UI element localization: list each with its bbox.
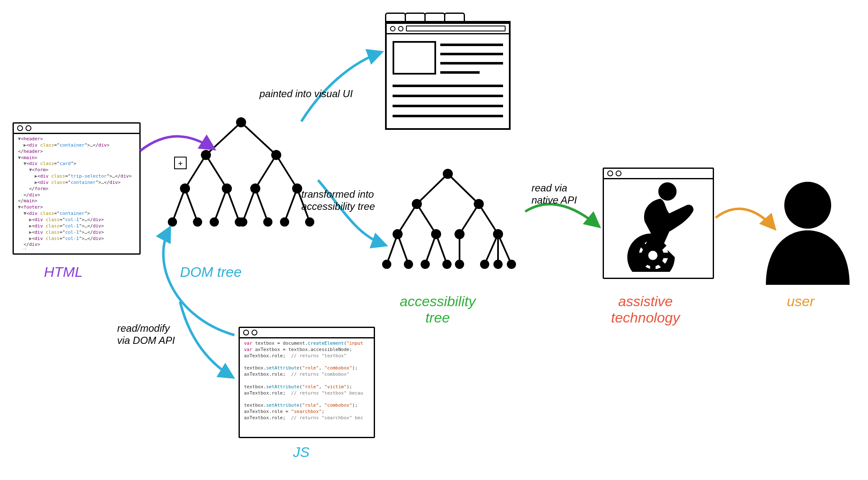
- svg-line-6: [172, 188, 185, 222]
- visual-ui-browser: [385, 13, 511, 130]
- window-dot-icon: [17, 125, 23, 131]
- svg-line-30: [448, 174, 479, 204]
- svg-point-55: [481, 261, 488, 268]
- window-titlebar: [604, 169, 713, 179]
- html-source-window: ▼<header> ▶<div class="container">…</div…: [13, 122, 141, 255]
- arrow-dom-to-visual-ui: [301, 52, 381, 121]
- assistive-technology-label-l2: technology: [611, 310, 680, 325]
- svg-point-44: [413, 200, 421, 208]
- user-label: user: [787, 293, 814, 310]
- arrow-label-read-modify-l2: via DOM API: [117, 335, 175, 346]
- svg-point-22: [194, 218, 201, 226]
- browser-tabs: [385, 13, 511, 21]
- svg-point-23: [211, 218, 218, 226]
- svg-rect-62: [650, 265, 655, 272]
- svg-rect-64: [662, 253, 669, 258]
- arrow-dom-to-js: [180, 302, 232, 377]
- svg-line-12: [285, 188, 297, 222]
- svg-line-1: [241, 122, 276, 155]
- svg-line-8: [214, 188, 227, 222]
- svg-rect-61: [650, 239, 655, 246]
- svg-line-32: [417, 204, 436, 234]
- window-titlebar: [14, 124, 139, 134]
- svg-point-20: [293, 184, 301, 193]
- svg-point-53: [443, 261, 451, 268]
- accessibility-tree-label: accessibility tree: [400, 293, 475, 326]
- svg-point-19: [251, 184, 259, 193]
- arrow-label-transformed-l2: accessibility tree: [301, 201, 375, 212]
- svg-line-7: [185, 188, 198, 222]
- svg-point-26: [264, 218, 272, 226]
- accessibility-icon: [610, 181, 707, 272]
- window-dot-icon: [390, 26, 395, 31]
- svg-point-49: [494, 230, 502, 238]
- accessibility-tree-label-l2: tree: [425, 310, 450, 325]
- svg-point-28: [306, 218, 313, 226]
- arrow-a11y-to-assistive-tech: [525, 204, 598, 226]
- assistive-technology-label: assistive technology: [611, 293, 680, 326]
- svg-line-3: [206, 155, 227, 188]
- svg-line-33: [460, 204, 479, 234]
- svg-point-18: [223, 184, 231, 193]
- thumbnail-icon: [393, 41, 436, 75]
- browser-toolbar: [387, 23, 509, 34]
- js-label: JS: [293, 444, 310, 460]
- js-source-window: var textbox = document.createElement("in…: [239, 327, 375, 438]
- svg-line-29: [417, 174, 448, 204]
- svg-rect-63: [637, 253, 644, 258]
- svg-point-60: [648, 251, 657, 260]
- svg-line-5: [276, 155, 297, 188]
- window-dot-icon: [26, 125, 31, 131]
- arrow-label-painted: painted into visual UI: [259, 88, 353, 100]
- svg-line-11: [255, 188, 268, 222]
- svg-point-17: [181, 184, 189, 193]
- svg-point-15: [202, 151, 210, 159]
- svg-point-52: [421, 261, 429, 268]
- window-dot-icon: [398, 26, 403, 31]
- js-code-body: var textbox = document.createElement("in…: [244, 341, 370, 433]
- svg-line-31: [398, 204, 417, 234]
- svg-point-27: [281, 218, 288, 226]
- svg-point-14: [237, 118, 245, 126]
- window-dot-icon: [252, 330, 257, 335]
- arrow-label-read-native: read via native API: [532, 182, 577, 206]
- user-icon: [762, 176, 854, 285]
- svg-line-4: [255, 155, 276, 188]
- arrow-label-read-native-l2: native API: [532, 194, 577, 206]
- svg-line-10: [243, 188, 255, 222]
- svg-point-58: [658, 182, 677, 201]
- svg-point-56: [494, 261, 502, 268]
- html-code-body: ▼<header> ▶<div class="container">…</div…: [18, 136, 135, 249]
- assistive-technology-window: [603, 168, 714, 279]
- svg-point-54: [456, 261, 463, 268]
- svg-point-46: [393, 230, 402, 238]
- window-dot-icon: [616, 170, 621, 176]
- window-dot-icon: [607, 170, 613, 176]
- window-titlebar: [240, 328, 374, 338]
- svg-line-0: [206, 122, 241, 155]
- svg-point-21: [169, 218, 176, 226]
- accessibility-tree-graphic: [377, 165, 527, 299]
- svg-point-25: [239, 218, 247, 226]
- svg-point-47: [432, 230, 440, 238]
- svg-point-51: [405, 261, 412, 268]
- svg-point-48: [455, 230, 464, 238]
- arrow-label-transformed: transformed into accessibility tree: [301, 188, 375, 213]
- html-label: HTML: [44, 264, 83, 280]
- dom-tree-label: DOM tree: [180, 264, 241, 280]
- svg-point-43: [444, 170, 452, 178]
- arrow-label-transformed-l1: transformed into: [301, 188, 374, 200]
- window-dot-icon: [243, 330, 249, 335]
- svg-point-69: [784, 182, 831, 229]
- svg-point-16: [272, 151, 280, 159]
- svg-line-2: [185, 155, 206, 188]
- svg-point-57: [508, 261, 515, 268]
- assistive-technology-label-l1: assistive: [618, 293, 673, 309]
- svg-point-45: [475, 200, 483, 208]
- accessibility-tree-label-l1: accessibility: [400, 293, 475, 309]
- arrow-label-read-native-l1: read via: [532, 182, 567, 194]
- address-bar-icon: [406, 26, 506, 31]
- svg-line-9: [227, 188, 239, 222]
- svg-point-50: [383, 261, 390, 268]
- svg-line-34: [479, 204, 498, 234]
